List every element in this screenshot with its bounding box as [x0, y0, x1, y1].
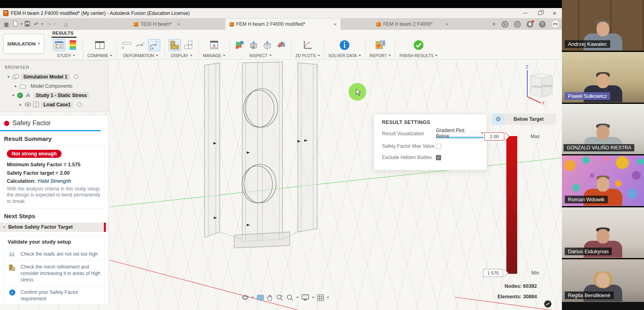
inspect-slice-icon[interactable]	[275, 39, 287, 51]
manage-dropdown[interactable]: MANAGE	[203, 53, 225, 58]
participant-tile[interactable]: Paweł Sułkowicz	[562, 52, 644, 103]
legend-max-value[interactable]: 2.00	[484, 132, 504, 141]
grid-settings-chevron-icon[interactable]	[327, 297, 329, 298]
deformation-dropdown[interactable]: DEFORMATION	[123, 53, 158, 58]
inspect-results-icon[interactable]	[234, 39, 246, 51]
participant-tile[interactable]: Andrzej Kawalec	[562, 0, 644, 51]
caret-down-icon[interactable]: ▾	[11, 93, 15, 97]
home-icon[interactable]: ⌂	[62, 21, 70, 28]
compare-icon[interactable]	[94, 39, 106, 51]
tree-item-model-components[interactable]: ▸ Model Components	[0, 81, 108, 91]
new-tab-icon[interactable]: +	[492, 20, 496, 28]
step-confirm-requirement[interactable]: i Confirm your Safety Factor requirement	[8, 286, 102, 305]
tab-close-icon[interactable]: ×	[446, 21, 449, 27]
max-value-checkbox[interactable]	[436, 144, 441, 149]
orbit-icon[interactable]	[242, 294, 249, 301]
close-button[interactable]: ×	[553, 11, 556, 15]
finish-results-icon[interactable]	[413, 39, 425, 51]
display-settings-icon[interactable]	[301, 294, 309, 301]
caret-down-icon[interactable]: ▾	[6, 74, 10, 79]
grid-settings-icon[interactable]	[317, 294, 324, 301]
participant-tile[interactable]: Regita Bendikienė	[562, 259, 644, 310]
tab-close-icon[interactable]: ×	[177, 21, 180, 27]
deformation-scaled-icon[interactable]: I1X	[148, 39, 160, 51]
tree-item-load-case[interactable]: ▸ Load Case1	[0, 100, 108, 109]
below-target-collapsible-row[interactable]: ▾ Below Safety Factor Target	[0, 223, 108, 232]
meeting-overlay-icon[interactable]	[544, 300, 551, 308]
help-icon[interactable]: ?	[539, 21, 546, 28]
fit-chevron-icon[interactable]	[296, 297, 299, 298]
compare-dropdown[interactable]: COMPARE	[87, 53, 112, 58]
deformation-none-icon[interactable]: 0	[121, 39, 133, 51]
report-dropdown[interactable]: REPORT	[369, 53, 391, 58]
legend-min-label: Min	[531, 270, 539, 276]
inspect-dropdown[interactable]: INSPECT	[249, 53, 272, 58]
file-menu-chevron-icon[interactable]	[20, 23, 23, 25]
workspace-selector[interactable]: SIMULATION	[3, 34, 44, 54]
app-grid-icon[interactable]: ▦	[2, 21, 10, 27]
display-dropdown[interactable]: DISPLAY	[171, 53, 193, 58]
study-details-icon[interactable]	[53, 39, 65, 51]
tree-item-simulation-model[interactable]: ▾ Simulation Model 1	[0, 72, 108, 81]
tab-fem-h-beam-modified[interactable]: FEM H beam 2 F4000 modified* ×	[225, 19, 341, 30]
display-mesh-icon[interactable]	[169, 39, 181, 51]
deformation-actual-icon[interactable]: I	[134, 39, 147, 51]
undo-chevron-icon[interactable]	[41, 23, 43, 25]
save-icon[interactable]	[23, 21, 31, 28]
finish-results-dropdown[interactable]: FINISH RESULTS	[399, 53, 438, 58]
chevron-down-icon	[388, 55, 391, 56]
file-menu-icon[interactable]	[11, 21, 19, 28]
step-check-mesh[interactable]: Check the mesh refinement and consider i…	[8, 261, 102, 287]
look-at-icon[interactable]	[257, 295, 264, 300]
h-beam-model[interactable]	[197, 60, 326, 249]
solver-data-icon[interactable]	[339, 39, 351, 51]
solver-data-dropdown[interactable]: SOLVER DATA	[328, 53, 361, 58]
fit-icon[interactable]	[286, 294, 293, 301]
notifications-bell-icon[interactable]	[526, 21, 533, 28]
display-split-icon[interactable]	[182, 39, 194, 51]
result-type-title: Safety Factor	[12, 120, 51, 127]
orbit-chevron-icon[interactable]	[252, 297, 254, 298]
participant-tile[interactable]: Darius Eidukynas	[562, 207, 644, 258]
legend-min-value[interactable]: 1.575	[483, 269, 503, 277]
inspect-probe-icon[interactable]	[261, 39, 273, 51]
2d-plots-icon[interactable]	[301, 39, 314, 51]
history-clock-icon[interactable]	[514, 21, 521, 28]
eye-icon[interactable]	[25, 102, 31, 107]
user-avatar[interactable]: PS	[551, 20, 559, 28]
svg-text:I: I	[156, 40, 157, 44]
participant-tile[interactable]: Roman Wdowik	[562, 155, 644, 206]
study-dropdown[interactable]: STUDY	[57, 53, 75, 58]
visibility-ring-icon[interactable]	[74, 74, 78, 79]
manage-icon[interactable]	[208, 39, 220, 51]
report-icon[interactable]	[374, 39, 386, 51]
tree-item-study-1[interactable]: ▾ ✓ Study 1 - Static Stress	[0, 91, 108, 100]
minimize-button[interactable]	[523, 13, 528, 14]
2d-plots-dropdown[interactable]: 2D PLOTS	[295, 53, 320, 58]
x-axis-label: X	[542, 101, 545, 105]
exclude-hidden-checkbox[interactable]: ✓	[436, 155, 441, 160]
legend-settings-gear-icon[interactable]: ⚙	[492, 114, 505, 125]
viewcube[interactable]: Z X FRONT RIGHT	[515, 63, 559, 107]
caret-right-icon[interactable]: ▸	[19, 102, 23, 107]
inspect-probe-xyz-icon[interactable]: xyz	[248, 39, 260, 51]
study-legend-icon[interactable]	[67, 39, 79, 51]
pan-hand-icon[interactable]	[267, 294, 273, 301]
browser-panel: BROWSER ▾ Simulation Model 1 ▸ Model Com…	[0, 60, 109, 112]
undo-icon[interactable]: ↶	[32, 21, 40, 27]
ribbon-tab-results[interactable]: RESULTS	[52, 31, 74, 35]
job-status-icon[interactable]	[502, 21, 508, 28]
step-check-loads[interactable]: Check the loads are not set too high	[8, 248, 102, 261]
visibility-ring-icon[interactable]	[77, 102, 82, 107]
tab-tedi-h-beam[interactable]: TEDI H beam* ×	[130, 19, 184, 30]
tab-fem-h-beam[interactable]: FEM H beam 2 F4000* ×	[372, 19, 452, 30]
restore-button[interactable]	[538, 11, 542, 15]
display-settings-chevron-icon[interactable]	[312, 297, 314, 298]
tab-close-icon[interactable]: ×	[333, 21, 336, 27]
static-stress-icon	[25, 92, 31, 98]
participant-tile[interactable]: GONZALO VALIÑO RIESTRA	[562, 104, 644, 155]
zoom-icon[interactable]: ±	[276, 294, 283, 301]
caret-right-icon[interactable]: ▸	[14, 84, 18, 88]
result-type-row[interactable]: Safety Factor	[0, 116, 108, 129]
visualization-dropdown[interactable]: Gradient Plot: Below	[436, 130, 483, 138]
